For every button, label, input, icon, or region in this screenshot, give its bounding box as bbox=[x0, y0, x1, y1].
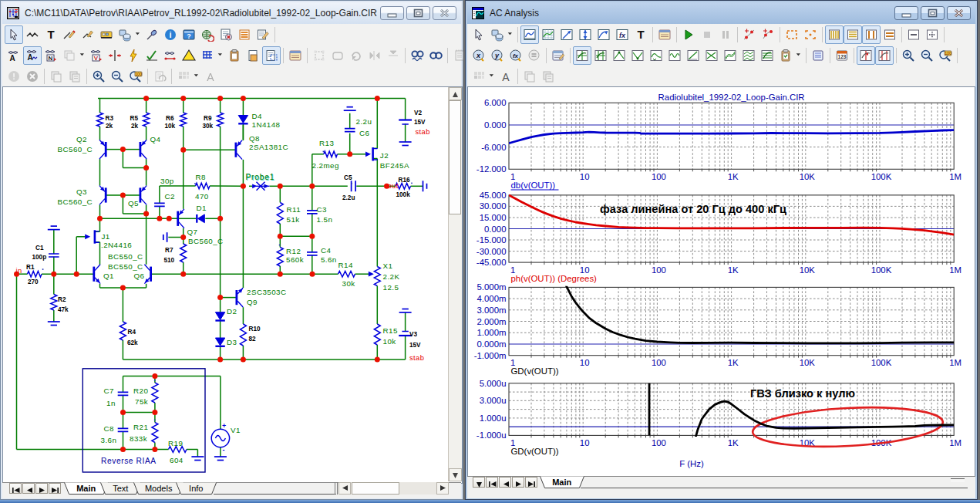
resistor[interactable] bbox=[338, 271, 355, 277]
series-label[interactable]: GD(v(OUT)) bbox=[511, 366, 559, 376]
plus-grid-icon[interactable] bbox=[923, 25, 941, 44]
probe-red2-icon[interactable] bbox=[759, 25, 777, 44]
resistor[interactable] bbox=[180, 113, 187, 127]
resistor[interactable] bbox=[143, 113, 150, 127]
orange-list-icon[interactable] bbox=[235, 25, 254, 44]
battery[interactable] bbox=[399, 120, 412, 125]
tab-nav-first[interactable] bbox=[486, 477, 498, 488]
hbars2-icon[interactable] bbox=[881, 25, 899, 44]
hscroll-thumb[interactable] bbox=[352, 482, 399, 495]
npn-transistor[interactable] bbox=[144, 265, 152, 284]
maximize-button[interactable] bbox=[406, 6, 430, 20]
resistor[interactable] bbox=[120, 322, 126, 340]
phase-plot[interactable]: 45.00030.00015.0000.000-15.000-30.000-45… bbox=[477, 191, 961, 283]
y-circle-gold-icon[interactable]: y bbox=[488, 46, 507, 65]
props-sheet-icon[interactable] bbox=[286, 46, 305, 65]
cal-123-icon[interactable]: 123 bbox=[833, 46, 851, 65]
edit-sheet-icon[interactable] bbox=[549, 46, 567, 65]
vbars-icon[interactable] bbox=[825, 25, 844, 44]
zoom-out-icon[interactable] bbox=[918, 46, 936, 65]
chart-select-icon[interactable] bbox=[520, 25, 539, 44]
group-delay-plot-u[interactable]: 5.000u3.000u1.000u-1.000u1101001K10K100K… bbox=[477, 379, 961, 475]
fx-circle-gold-icon[interactable]: fx bbox=[507, 46, 525, 65]
find-red-seg-icon[interactable] bbox=[161, 46, 180, 65]
play-green-icon[interactable] bbox=[679, 25, 698, 44]
clip-green-icon[interactable] bbox=[776, 46, 795, 65]
sheet-pencil-icon[interactable] bbox=[254, 25, 272, 44]
resistor[interactable] bbox=[240, 324, 246, 346]
resistor[interactable] bbox=[152, 423, 158, 443]
binoc-wave-icon[interactable] bbox=[408, 46, 426, 65]
sheet-redx-icon[interactable] bbox=[217, 25, 235, 44]
tab-nav-next[interactable] bbox=[35, 483, 48, 494]
pnp-transistor[interactable] bbox=[235, 140, 243, 160]
check-wire-icon[interactable] bbox=[143, 46, 161, 65]
chart-vert-icon[interactable] bbox=[576, 25, 594, 44]
pnp-transistor[interactable] bbox=[140, 140, 147, 159]
series-label[interactable]: db(v(OUT)) bbox=[511, 181, 556, 190]
shapes-icon[interactable] bbox=[116, 25, 134, 44]
resistor[interactable] bbox=[196, 183, 210, 189]
resistor[interactable] bbox=[28, 271, 42, 277]
npn-transistor[interactable] bbox=[93, 265, 100, 284]
wave-peak-icon[interactable] bbox=[610, 46, 628, 65]
shapes-icon[interactable] bbox=[488, 25, 507, 44]
pnp-transistor[interactable] bbox=[99, 186, 107, 205]
resistor[interactable] bbox=[277, 203, 283, 224]
zoom-100-icon[interactable]: 100 bbox=[126, 67, 145, 86]
resistor[interactable] bbox=[324, 151, 338, 157]
text-mode-icon[interactable]: T bbox=[42, 25, 60, 44]
find-attr-a-icon[interactable]: A bbox=[5, 46, 23, 65]
resistor[interactable] bbox=[97, 113, 103, 127]
capacitor[interactable] bbox=[118, 428, 129, 431]
binoculars-icon[interactable] bbox=[426, 46, 445, 65]
pin-flag-icon[interactable] bbox=[143, 25, 161, 44]
hscroll-left-button[interactable] bbox=[338, 482, 351, 495]
series-label[interactable]: ph(v(OUT)) (Degrees) bbox=[511, 274, 598, 283]
bus-mode-icon[interactable] bbox=[97, 25, 116, 44]
chart-curve-icon[interactable] bbox=[594, 25, 613, 44]
x-circle-gold-icon[interactable]: x bbox=[470, 46, 488, 65]
resize-grip[interactable] bbox=[951, 478, 965, 481]
wave-updown-icon[interactable] bbox=[647, 46, 665, 65]
vbars2-icon[interactable] bbox=[862, 25, 881, 44]
pnp-transistor[interactable] bbox=[99, 140, 107, 159]
minimize-button[interactable] bbox=[894, 6, 918, 20]
wave-layers-icon[interactable] bbox=[739, 46, 758, 65]
wave-valley-icon[interactable] bbox=[628, 46, 647, 65]
find-attr-wave-icon[interactable]: A bbox=[23, 46, 42, 65]
scroll-up-button[interactable] bbox=[449, 87, 462, 100]
probe-red-icon[interactable] bbox=[740, 25, 759, 44]
diode[interactable] bbox=[198, 214, 205, 223]
tab-nav-last[interactable] bbox=[49, 483, 61, 494]
page-select-icon[interactable] bbox=[262, 46, 281, 65]
wave-wiggle-icon[interactable] bbox=[665, 46, 684, 65]
wave-slope2-icon[interactable] bbox=[702, 46, 721, 65]
chart-grid-icon[interactable] bbox=[539, 25, 557, 44]
wave-cross2-icon[interactable] bbox=[591, 46, 610, 65]
wave-slope-icon[interactable] bbox=[684, 46, 702, 65]
help-window-icon[interactable]: ? bbox=[180, 25, 198, 44]
clip-orange-icon[interactable] bbox=[225, 46, 244, 65]
dropdown-arrow[interactable] bbox=[134, 26, 143, 43]
select-cursor-icon[interactable] bbox=[470, 25, 488, 44]
group-delay-plot-m[interactable]: 5.000m4.000m3.000m2.000m1.000m0.000m-1.0… bbox=[474, 276, 961, 376]
flash-power-icon[interactable] bbox=[124, 46, 143, 65]
snap-to-line-icon[interactable] bbox=[106, 46, 124, 65]
chart-fx-icon[interactable]: fx bbox=[613, 25, 631, 44]
minus-box-icon[interactable] bbox=[904, 25, 923, 44]
warn-triangle-icon[interactable] bbox=[180, 46, 198, 65]
find-node-n-icon[interactable]: N bbox=[42, 46, 60, 65]
potentiometer[interactable] bbox=[374, 267, 380, 286]
select-cursor-icon[interactable] bbox=[5, 25, 23, 44]
sine-source[interactable] bbox=[211, 429, 229, 447]
resistor[interactable] bbox=[152, 383, 158, 403]
scroll-down-button[interactable] bbox=[449, 468, 462, 481]
diode[interactable] bbox=[215, 338, 224, 346]
zoom-out-icon[interactable] bbox=[108, 67, 126, 86]
tab-nav-dropdown[interactable] bbox=[473, 477, 485, 488]
dropdown-arrow[interactable] bbox=[217, 47, 225, 64]
resistor[interactable] bbox=[180, 244, 187, 262]
tab-nav-first[interactable] bbox=[9, 483, 22, 494]
tab-nav-prev[interactable] bbox=[22, 483, 35, 494]
